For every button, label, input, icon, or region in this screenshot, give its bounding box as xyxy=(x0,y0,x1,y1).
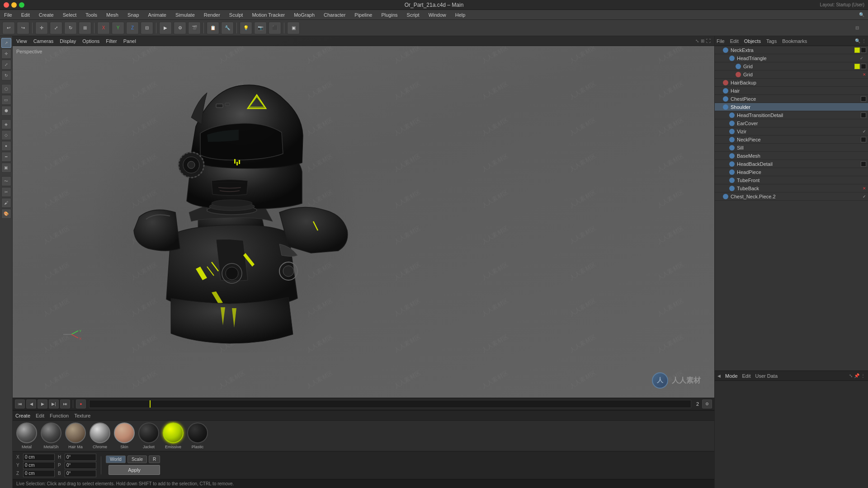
coord-scale-btn[interactable]: Scale xyxy=(127,455,147,463)
tool-mesh-edit[interactable]: ◇ xyxy=(1,130,11,140)
move-btn[interactable]: ✛ xyxy=(35,22,48,34)
obj-row-hair[interactable]: Hair xyxy=(715,87,868,95)
scale-btn[interactable]: ⤢ xyxy=(50,22,62,34)
timeline-scrubber[interactable] xyxy=(89,400,691,408)
obj-row-vizir[interactable]: Vizir ✓ xyxy=(715,127,868,136)
obj-row-headtransdetail[interactable]: HeadTransitionDetail xyxy=(715,111,868,119)
obj-row-earcover[interactable]: EarCover xyxy=(715,119,868,127)
search-icon[interactable]: 🔍 xyxy=(859,12,864,17)
attr-expand-icon[interactable]: ⤡ xyxy=(849,373,853,378)
timeline-options-btn[interactable]: ⚙ xyxy=(702,399,712,408)
material-emissive[interactable]: Emissive xyxy=(163,422,184,449)
attr-tab-userdata[interactable]: User Data xyxy=(755,373,778,379)
vp-menu-panel[interactable]: Panel xyxy=(123,38,136,44)
obj-tab-objects[interactable]: Objects xyxy=(744,38,761,44)
coord-r-btn[interactable]: R xyxy=(149,455,160,463)
obj-header-search[interactable]: 🔍 xyxy=(855,38,860,43)
menu-select[interactable]: Select xyxy=(61,11,79,19)
menu-help[interactable]: Help xyxy=(453,11,467,19)
pos-x-input[interactable] xyxy=(23,454,55,461)
menu-tools[interactable]: Tools xyxy=(84,11,99,19)
attr-arrow-left[interactable]: ◀ xyxy=(717,374,721,378)
vp-menu-cameras[interactable]: Cameras xyxy=(33,38,54,44)
obj-row-headtriangle[interactable]: HeadTriangle ✓ xyxy=(715,54,868,62)
coord-world-btn[interactable]: World xyxy=(106,455,126,463)
tool-polys[interactable]: ▣ xyxy=(1,163,11,173)
undo-btn[interactable]: ↩ xyxy=(2,22,15,34)
mat-tab-texture[interactable]: Texture xyxy=(74,413,90,418)
material-jacket[interactable]: Jacket xyxy=(138,422,159,449)
tool-brush[interactable]: 🖌 xyxy=(1,198,11,208)
obj-row-neckextra[interactable]: NeckExtra xyxy=(715,46,868,54)
yaxis-btn[interactable]: Y xyxy=(112,22,124,34)
viewport[interactable]: View Cameras Display Options Filter Pane… xyxy=(13,36,714,398)
obj-tab-bookmarks[interactable]: Bookmarks xyxy=(782,38,807,44)
pos-y-input[interactable] xyxy=(23,462,55,469)
rot-h-input[interactable] xyxy=(65,454,96,461)
obj-row-chestneckpiece2[interactable]: Chest_Neck.Piece.2 ✓ xyxy=(715,192,868,201)
material-metalsh[interactable]: MetalSh xyxy=(41,422,61,449)
tool-select[interactable]: ↗ xyxy=(1,38,11,48)
lights-btn[interactable]: 💡 xyxy=(240,22,252,34)
select-model-btn[interactable]: ▣ xyxy=(287,22,300,34)
mat-tab-create[interactable]: Create xyxy=(15,413,30,418)
tool-rotate[interactable]: ↻ xyxy=(1,70,11,80)
minimize-button[interactable] xyxy=(11,2,17,8)
obj-tab-file[interactable]: File xyxy=(717,38,725,44)
xaxis-btn[interactable]: X xyxy=(97,22,110,34)
vp-menu-display[interactable]: Display xyxy=(60,38,76,44)
tool-spline[interactable]: 〜 xyxy=(1,176,11,186)
camera-btn[interactable]: 📷 xyxy=(254,22,267,34)
menu-animate[interactable]: Animate xyxy=(146,11,168,19)
timeline-start-btn[interactable]: ⏮ xyxy=(15,399,25,408)
object-manager-btn[interactable]: 📋 xyxy=(207,22,219,34)
vp-menu-filter[interactable]: Filter xyxy=(106,38,117,44)
timeline-play-btn[interactable]: ▶ xyxy=(38,399,47,408)
menu-mograph[interactable]: MoGraph xyxy=(292,11,316,19)
tool-model[interactable]: ◈ xyxy=(1,119,11,129)
mat-tab-edit[interactable]: Edit xyxy=(36,413,44,418)
tool-points[interactable]: ● xyxy=(1,141,11,151)
all-axes-btn[interactable]: ⊟ xyxy=(141,22,153,34)
obj-row-grid1[interactable]: Grid xyxy=(715,62,868,70)
material-metal[interactable]: Metal xyxy=(16,422,37,449)
vp-icon-settings[interactable]: ⊞ xyxy=(701,38,704,43)
tool-scale[interactable]: ⤢ xyxy=(1,60,11,70)
attr-pin-icon[interactable]: 📌 xyxy=(854,373,859,378)
obj-row-tubeback[interactable]: TubeBack ✕ xyxy=(715,184,868,192)
floor-btn[interactable]: ⬛ xyxy=(269,22,281,34)
vp-menu-options[interactable]: Options xyxy=(82,38,99,44)
material-chrome[interactable]: Chrome xyxy=(90,422,110,449)
menu-pipeline[interactable]: Pipeline xyxy=(353,11,374,19)
rotate-btn[interactable]: ↻ xyxy=(64,22,77,34)
menu-plugins[interactable]: Plugins xyxy=(379,11,399,19)
menu-snap[interactable]: Snap xyxy=(126,11,141,19)
menu-mesh[interactable]: Mesh xyxy=(104,11,120,19)
obj-row-neckpiece[interactable]: NeckPiece xyxy=(715,136,868,144)
obj-row-chestpiece[interactable]: ChestPiece xyxy=(715,95,868,103)
tool-rect-sel[interactable]: ▭ xyxy=(1,95,11,105)
rot-b-input[interactable] xyxy=(65,470,96,477)
attr-tab-mode[interactable]: Mode xyxy=(725,373,738,379)
maximize-button[interactable] xyxy=(19,2,24,8)
menu-script[interactable]: Script xyxy=(405,11,421,19)
mat-tab-function[interactable]: Function xyxy=(50,413,69,418)
menu-render[interactable]: Render xyxy=(202,11,222,19)
vp-menu-view[interactable]: View xyxy=(16,38,27,44)
redo-btn[interactable]: ↪ xyxy=(17,22,29,34)
obj-tab-tags[interactable]: Tags xyxy=(766,38,777,44)
attr-manager-btn[interactable]: 🔧 xyxy=(221,22,234,34)
obj-tab-edit[interactable]: Edit xyxy=(730,38,739,44)
vp-icon-expand[interactable]: ⤡ xyxy=(695,38,699,43)
material-plastic[interactable]: Plastic xyxy=(187,422,208,449)
rot-p-input[interactable] xyxy=(65,462,96,469)
tool-knife[interactable]: ✂ xyxy=(1,187,11,197)
render-view-btn[interactable]: ▶ xyxy=(159,22,172,34)
menu-edit[interactable]: Edit xyxy=(19,11,32,19)
obj-row-grid2[interactable]: Grid ✕ xyxy=(715,70,868,79)
render-settings-btn[interactable]: ⚙ xyxy=(174,22,186,34)
obj-row-sill[interactable]: Sill xyxy=(715,144,868,152)
menu-simulate[interactable]: Simulate xyxy=(174,11,197,19)
material-hairmat[interactable]: Hair Ma xyxy=(65,422,86,449)
attr-tab-edit[interactable]: Edit xyxy=(742,373,751,379)
